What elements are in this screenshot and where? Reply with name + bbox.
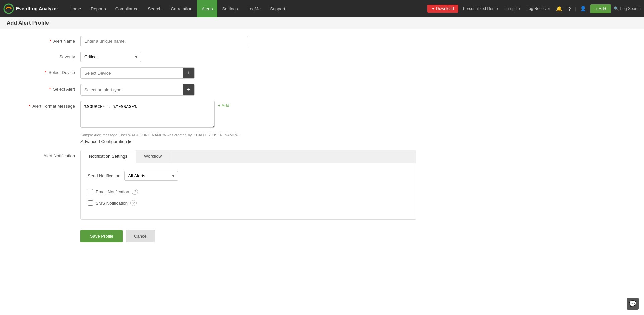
required-star: * [45, 70, 46, 75]
severity-row: Severity Critical High Medium Low ▼ [13, 52, 456, 62]
select-alert-input-group: + [80, 84, 195, 96]
page-title: Add Alert Profile [7, 20, 49, 26]
select-device-row: * Select Device + [13, 67, 456, 79]
alert-name-label: * Alert Name [13, 36, 80, 44]
email-notification-label: Email Notification [96, 189, 129, 194]
alert-notification-section: Alert Notification Notification Settings… [13, 150, 456, 220]
main-nav: Home Reports Compliance Search Correlati… [65, 0, 428, 17]
nav-compliance[interactable]: Compliance [111, 0, 143, 17]
alert-format-textarea-wrap: %SOURCE% : %MESSAGE% [80, 101, 215, 128]
alert-name-input[interactable] [80, 36, 248, 46]
nav-logme[interactable]: LogMe [243, 0, 265, 17]
jump-to-link[interactable]: Jump To [502, 6, 522, 11]
download-button[interactable]: Download [427, 5, 458, 13]
alert-name-wrap [80, 36, 248, 46]
sample-message: Sample Alert message: User %ACCOUNT_NAME… [80, 133, 456, 137]
notification-panel: Notification Settings Workflow Send Noti… [80, 150, 416, 220]
notification-tabs-header: Notification Settings Workflow [81, 150, 416, 163]
select-device-label: * Select Device [13, 67, 80, 75]
send-notification-select-wrap: All Alerts First Alert Only Every Nth Al… [124, 171, 178, 181]
tab-workflow[interactable]: Workflow [136, 150, 170, 163]
save-profile-button[interactable]: Save Profile [80, 230, 123, 242]
alert-format-add-link[interactable]: + Add [218, 103, 229, 108]
advanced-config-toggle[interactable]: Advanced Configuration ▶ [80, 139, 456, 144]
main-content: * Alert Name Severity Critical High Medi… [0, 29, 470, 249]
select-alert-wrap: + [80, 84, 248, 96]
nav-search[interactable]: Search [143, 0, 166, 17]
brand-name: EventLog Analyzer [16, 6, 58, 11]
nav-settings[interactable]: Settings [217, 0, 243, 17]
user-icon[interactable]: 👤 [579, 6, 588, 12]
severity-wrap: Critical High Medium Low ▼ [80, 52, 248, 62]
logo: EventLog Analyzer [3, 3, 58, 14]
sms-notification-row: SMS Notification ? [88, 200, 409, 206]
send-notification-select[interactable]: All Alerts First Alert Only Every Nth Al… [124, 171, 178, 181]
cancel-button[interactable]: Cancel [126, 230, 155, 242]
alert-format-textarea[interactable]: %SOURCE% : %MESSAGE% [80, 101, 215, 128]
tab-notification-settings[interactable]: Notification Settings [81, 150, 136, 163]
select-device-input-group: + [80, 67, 195, 79]
topbar-right: Download Personalized Demo Jump To Log R… [427, 4, 641, 13]
nav-alerts[interactable]: Alerts [197, 0, 217, 17]
log-receiver-link[interactable]: Log Receiver [525, 6, 552, 11]
add-button[interactable]: + Add [590, 4, 611, 13]
email-notification-help-icon[interactable]: ? [132, 189, 138, 195]
required-star: * [29, 104, 30, 109]
nav-correlation[interactable]: Correlation [166, 0, 197, 17]
severity-select-wrap: Critical High Medium Low ▼ [80, 52, 141, 62]
question-icon[interactable]: ? [567, 6, 572, 12]
alert-format-label: * Alert Format Message [13, 101, 80, 109]
log-search-area[interactable]: 🔍 Log Search [614, 6, 641, 11]
select-device-input[interactable] [81, 68, 183, 78]
nav-reports[interactable]: Reports [86, 0, 111, 17]
alert-format-row: * Alert Format Message %SOURCE% : %MESSA… [13, 101, 456, 128]
select-alert-add-button[interactable]: + [183, 84, 194, 95]
sms-notification-label: SMS Notification [96, 201, 128, 206]
topbar-separator: | [575, 6, 576, 11]
select-device-add-button[interactable]: + [183, 68, 194, 78]
severity-label: Severity [13, 52, 80, 59]
select-alert-input[interactable] [81, 85, 183, 95]
page-header: Add Alert Profile [0, 17, 644, 29]
email-notification-checkbox[interactable] [88, 189, 93, 194]
sms-notification-help-icon[interactable]: ? [130, 200, 137, 206]
alert-name-row: * Alert Name [13, 36, 456, 46]
alert-notification-label: Alert Notification [13, 150, 80, 159]
topbar: EventLog Analyzer Home Reports Complianc… [0, 0, 644, 17]
nav-home[interactable]: Home [65, 0, 86, 17]
select-device-wrap: + [80, 67, 248, 79]
advanced-config-arrow-icon: ▶ [128, 139, 132, 144]
sms-notification-checkbox[interactable] [88, 200, 93, 206]
email-notification-row: Email Notification ? [88, 189, 409, 195]
footer-buttons: Save Profile Cancel [80, 230, 456, 242]
log-search-label: Log Search [620, 6, 641, 11]
send-notification-label: Send Notification [88, 173, 120, 178]
select-alert-row: * Select Alert + [13, 84, 456, 96]
required-star: * [50, 39, 51, 44]
nav-support[interactable]: Support [265, 0, 290, 17]
required-star: * [49, 87, 51, 92]
alert-format-wrap: %SOURCE% : %MESSAGE% + Add [80, 101, 248, 128]
send-notification-row: Send Notification All Alerts First Alert… [88, 171, 409, 181]
notification-settings-content: Send Notification All Alerts First Alert… [81, 163, 416, 219]
select-alert-label: * Select Alert [13, 84, 80, 92]
personalized-demo-link[interactable]: Personalized Demo [461, 6, 500, 11]
severity-select[interactable]: Critical High Medium Low [80, 52, 141, 62]
search-icon: 🔍 [614, 6, 619, 11]
svg-point-0 [4, 4, 13, 13]
bell-icon[interactable]: 🔔 [555, 6, 564, 12]
advanced-config-label: Advanced Configuration [80, 139, 127, 144]
